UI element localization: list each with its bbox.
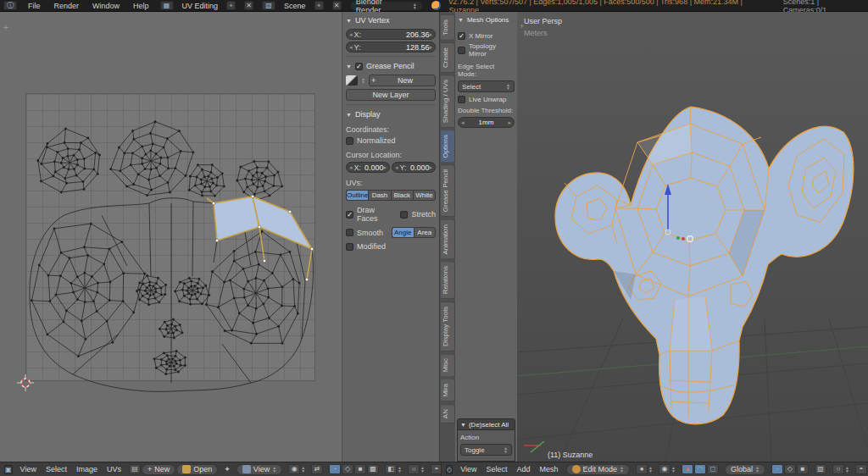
image-open-button[interactable]: Open [176,464,218,475]
v3d-menu-select[interactable]: Select [485,465,509,473]
toolshelf-tab-misc[interactable]: Misc [441,353,455,377]
uv-mode-dash-button[interactable]: Dash [368,190,390,201]
mode-dropdown[interactable]: Edit Mode▲▼ [566,464,630,475]
scene-name[interactable]: Scene [284,2,306,10]
toolshelf-tab-create[interactable]: Create [441,42,455,73]
suzanne-mesh[interactable] [555,107,854,424]
proportional-edit-icon[interactable]: ○ [832,464,844,474]
grease-pencil-new-button[interactable]: + New [369,75,436,86]
remove-scene-button[interactable]: ✕ [332,1,342,10]
grease-pencil-enable-checkbox[interactable] [355,63,363,70]
toolshelf-tab-mira[interactable]: Mira [441,379,455,402]
uv-select-face-icon[interactable]: ■ [354,464,366,474]
add-scene-button[interactable]: + [314,1,324,10]
panel-collapse-icon[interactable]: ▼ [346,112,352,118]
uv-mode-black-button[interactable]: Black [391,190,413,201]
menu-file[interactable]: File [25,2,43,10]
manipulator-scale-icon[interactable]: ◻ [707,464,719,474]
uv-vertex-y-field[interactable]: ◂Y: 128.56▸ [346,42,436,53]
panel-collapse-icon[interactable]: ▼ [460,422,466,428]
panel-collapse-icon[interactable]: ▼ [458,17,464,23]
redo-panel-header[interactable]: ▼ (De)select All [457,418,515,430]
edge-select-mode-dropdown[interactable]: Select ▲▼ [458,80,515,92]
panel-display[interactable]: ▼ Display [346,108,436,120]
mesh-select-edge-icon[interactable]: ◇ [784,464,796,474]
x-mirror-checkbox[interactable] [458,32,465,40]
toolshelf-tab-display-tools[interactable]: Display Tools [441,302,455,351]
menu-render[interactable]: Render [52,2,82,10]
cursor-x-field[interactable]: ◂X: 0.000▸ [346,162,390,173]
pin-icon[interactable]: ✦ [224,465,231,473]
uv-menu-view[interactable]: View [19,465,38,473]
panel-mesh-options[interactable]: ▼ Mesh Options [458,14,515,25]
modified-checkbox[interactable] [346,243,353,251]
topology-mirror-checkbox[interactable] [458,47,465,54]
uv-mode-white-button[interactable]: White [413,190,436,201]
uv-menu-uvs[interactable]: UVs [105,465,123,473]
toolshelf-tab-options[interactable]: Options [441,130,455,163]
viewport-3d[interactable]: User Persp Meters (11) Suzanne + [517,12,868,462]
uv-select-edge-icon[interactable]: ◇ [342,464,353,474]
editor-type-image-icon[interactable]: ▣ [4,465,13,474]
screen-layout-name[interactable]: UV Editing [182,2,219,10]
v3d-menu-add[interactable]: Add [515,465,532,473]
uv-menu-image[interactable]: Image [75,465,99,473]
toolshelf-tab-an[interactable]: AN [441,404,455,423]
orientation-dropdown[interactable]: Global▲▼ [725,464,765,475]
pivot-point-dropdown[interactable]: ◉ [659,464,670,474]
normalized-checkbox[interactable] [346,137,353,145]
uv-select-island-icon[interactable]: ▩ [367,464,379,474]
add-layout-button[interactable]: + [226,1,236,10]
double-threshold-field[interactable]: ◂ 1mm ▸ [458,117,515,128]
sticky-selection-icon[interactable]: ◧ [385,464,397,474]
panel-collapse-icon[interactable]: ▼ [346,64,352,69]
v3d-menu-mesh[interactable]: Mesh [538,465,560,473]
pivot-dropdown-arrows[interactable]: ▲▼ [301,466,305,473]
stretch-angle-button[interactable]: Angle [392,227,413,238]
live-unwrap-checkbox[interactable] [458,96,465,103]
toolshelf-tab-relations[interactable]: Relations [441,261,455,299]
proportional-edit-icon[interactable]: ○ [408,464,420,474]
editor-type-info-icon[interactable]: ⓘ [3,1,17,10]
image-new-button[interactable]: +New [142,464,175,475]
pivot-point-dropdown[interactable]: ◉ [288,464,300,474]
manipulator-rotate-icon[interactable]: ◠ [694,464,706,474]
panel-uv-vertex[interactable]: ▼ UV Vertex [346,14,436,26]
menu-help[interactable]: Help [131,2,152,10]
cursor-y-field[interactable]: ◂Y: 0.000▸ [392,162,436,173]
render-engine-select[interactable]: Blender Render▲▼ [350,1,423,11]
toolshelf-tab-tools[interactable]: Tools [441,14,455,41]
viewport-shading-dropdown[interactable]: ● [636,464,648,474]
snap-magnet-icon[interactable]: ◓ [855,464,867,474]
sync-selection-icon[interactable]: ⇄ [311,464,323,474]
toolshelf-tab-grease-pencil[interactable]: Grease Pencil [441,164,455,217]
toolshelf-tab-shading-uvs[interactable]: Shading / UVs [441,75,455,128]
remove-layout-button[interactable]: ✕ [244,1,253,10]
uv-vertex-x-field[interactable]: ◂X: 206.36▸ [346,29,436,40]
image-browse-icon[interactable]: ▤ [129,464,141,474]
uv-mode-outline-button[interactable]: Outline [346,190,368,201]
toolshelf-tab-animation[interactable]: Animation [441,219,455,260]
grease-pencil-browse-icon[interactable]: ▲▼ [361,77,365,84]
mesh-select-face-icon[interactable]: ■ [797,464,809,474]
editor-type-3dview-icon[interactable]: ◇ [446,465,453,474]
menu-window[interactable]: Window [90,2,122,10]
panel-grease-pencil[interactable]: ▼ Grease Pencil [346,60,436,72]
v3d-menu-view[interactable]: View [459,465,478,473]
region-expand-plus-icon[interactable]: + [520,22,524,30]
occlude-geometry-icon[interactable]: ▧ [815,464,826,474]
action-dropdown[interactable]: Toggle ▲▼ [460,444,512,456]
screen-layout-icon[interactable]: ▦ [160,1,174,10]
uv-menu-select[interactable]: Select [44,465,69,473]
grease-pencil-color-icon[interactable] [346,75,358,86]
draw-faces-checkbox[interactable] [346,211,353,219]
region-expand-plus-icon[interactable]: + [3,23,8,32]
new-layer-button[interactable]: New Layer [346,89,436,101]
display-channel-dropdown[interactable]: View▲▼ [236,464,282,475]
mesh-select-vertex-icon[interactable]: ∙ [771,464,783,474]
stretch-checkbox[interactable] [400,211,408,219]
manipulator-translate-icon[interactable]: ▲ [682,464,693,474]
stretch-area-button[interactable]: Area [414,227,436,238]
uv-select-vertex-icon[interactable]: ∙ [329,464,341,474]
scene-browse-icon[interactable]: ▧ [262,1,275,10]
